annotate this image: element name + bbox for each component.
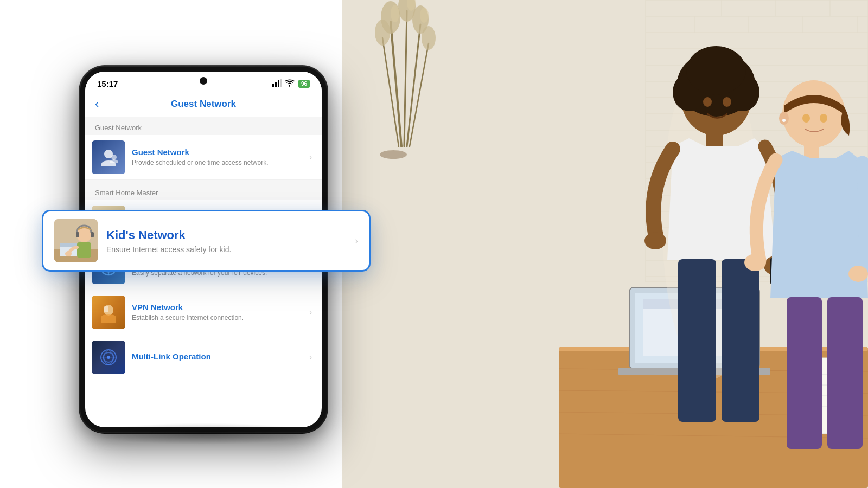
- vpn-network-chevron: ›: [309, 307, 312, 317]
- svg-rect-65: [827, 297, 863, 449]
- phone-shadow: [90, 423, 317, 445]
- kids-network-card-desc: Ensure Internet access safety for kid.: [106, 245, 355, 254]
- svg-point-86: [111, 155, 117, 160]
- svg-rect-83: [278, 80, 279, 87]
- guest-network-chevron: ›: [309, 152, 312, 162]
- mlo-network-chevron: ›: [309, 352, 312, 362]
- battery-badge: 96: [298, 80, 310, 88]
- mlo-network-info: Multi-Link Operation: [132, 352, 309, 363]
- svg-rect-84: [280, 79, 282, 87]
- svg-point-49: [723, 97, 731, 107]
- status-time: 15:17: [97, 79, 118, 88]
- svg-rect-55: [722, 259, 760, 422]
- svg-rect-82: [275, 82, 277, 87]
- guest-network-desc: Provide scheduled or one time access net…: [132, 158, 309, 168]
- mlo-network-item[interactable]: Multi-Link Operation ›: [85, 335, 322, 380]
- kids-network-card-chevron: ›: [355, 235, 358, 247]
- svg-point-74: [375, 20, 390, 46]
- svg-point-59: [802, 114, 810, 123]
- wifi-icon: [285, 79, 295, 88]
- kids-network-highlighted-card[interactable]: Kid's Network Ensure Internet access saf…: [43, 211, 369, 270]
- guest-network-info: Guest Network Provide scheduled or one t…: [132, 147, 309, 168]
- svg-point-76: [391, 5, 399, 22]
- nav-bar: ‹ Guest Network: [85, 93, 322, 117]
- vpn-network-thumb: [92, 296, 125, 329]
- svg-rect-105: [91, 232, 94, 237]
- signal-icon: [272, 79, 282, 88]
- svg-point-107: [65, 251, 72, 256]
- vpn-network-name: VPN Network: [132, 303, 309, 312]
- svg-rect-81: [272, 84, 274, 87]
- svg-point-98: [107, 356, 110, 359]
- vpn-network-desc: Establish a secure internet connection.: [132, 313, 309, 323]
- svg-point-57: [779, 112, 789, 125]
- nav-title: Guest Network: [112, 99, 295, 110]
- svg-rect-54: [678, 259, 716, 422]
- svg-point-48: [703, 97, 712, 107]
- svg-point-60: [820, 114, 827, 123]
- svg-point-47: [686, 46, 746, 95]
- mlo-network-name: Multi-Link Operation: [132, 352, 309, 361]
- svg-rect-106: [77, 242, 91, 258]
- svg-point-58: [782, 119, 786, 122]
- kids-network-card-thumb: [54, 219, 98, 262]
- kids-network-card-info: Kid's Network Ensure Internet access saf…: [106, 228, 355, 254]
- svg-rect-104: [76, 232, 79, 237]
- camera-notch: [200, 77, 207, 85]
- svg-rect-50: [706, 130, 723, 146]
- svg-point-78: [420, 8, 429, 23]
- svg-point-79: [380, 150, 407, 159]
- vpn-network-item[interactable]: VPN Network Establish a secure internet …: [85, 290, 322, 335]
- section1-label: Guest Network: [85, 117, 322, 135]
- guest-network-thumb: [92, 140, 125, 174]
- background-scene: [342, 0, 868, 488]
- kids-network-card-name: Kid's Network: [106, 228, 355, 242]
- mlo-network-thumb: [92, 341, 125, 374]
- svg-point-75: [422, 26, 436, 50]
- back-button[interactable]: ‹: [95, 97, 112, 111]
- svg-point-63: [848, 266, 868, 282]
- svg-rect-64: [787, 297, 822, 449]
- svg-rect-94: [104, 306, 108, 312]
- vpn-network-info: VPN Network Establish a secure internet …: [132, 303, 309, 323]
- svg-point-52: [644, 232, 666, 249]
- guest-network-item[interactable]: Guest Network Provide scheduled or one t…: [85, 135, 322, 180]
- status-icons: 96: [272, 79, 310, 88]
- guest-network-name: Guest Network: [132, 147, 309, 157]
- svg-rect-61: [804, 143, 819, 158]
- section2-label: Smart Home Master: [85, 182, 322, 200]
- svg-point-56: [782, 80, 845, 147]
- svg-point-62: [744, 254, 766, 271]
